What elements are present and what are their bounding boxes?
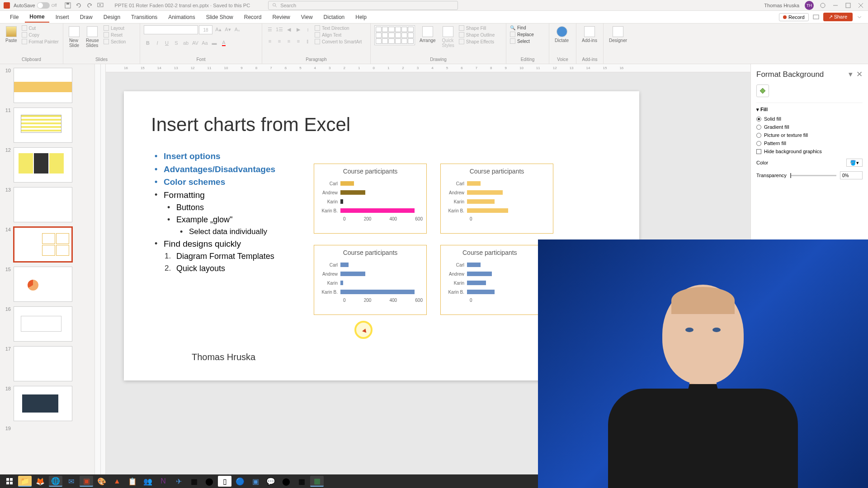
share-button[interactable]: ↗ Share xyxy=(823,13,853,21)
app3-icon[interactable]: ✈ xyxy=(172,476,185,487)
tab-design[interactable]: Design xyxy=(99,12,125,22)
new-slide-button[interactable]: New Slide xyxy=(67,25,81,49)
app5-icon[interactable]: 🔵 xyxy=(233,476,247,487)
avatar[interactable]: TH xyxy=(805,1,814,10)
tab-review[interactable]: Review xyxy=(268,12,294,22)
tab-animations[interactable]: Animations xyxy=(164,12,199,22)
strike-button[interactable]: S xyxy=(172,39,180,47)
app4-icon[interactable]: ▦ xyxy=(187,476,201,487)
minimize-icon[interactable] xyxy=(832,2,839,9)
app2-icon[interactable]: 📋 xyxy=(126,476,139,487)
increase-font-icon[interactable]: A▴ xyxy=(214,25,222,33)
reuse-slides-button[interactable]: Reuse Slides xyxy=(84,25,101,49)
tab-slideshow[interactable]: Slide Show xyxy=(202,12,238,22)
present-icon[interactable] xyxy=(812,14,820,21)
hide-bg-checkbox[interactable]: Hide background graphics xyxy=(756,149,863,154)
close-pane-icon[interactable]: ✕ xyxy=(856,70,863,79)
chart-bottom-left[interactable]: Course participants CarlAndrewKarinKarin… xyxy=(314,245,427,315)
tab-insert[interactable]: Insert xyxy=(51,12,74,22)
section-button[interactable]: Section xyxy=(104,39,126,44)
close-icon[interactable] xyxy=(857,2,864,9)
line-spacing-button[interactable]: ↕ xyxy=(304,25,312,33)
save-icon[interactable] xyxy=(64,2,71,9)
chrome-icon[interactable]: 🌐 xyxy=(49,476,62,487)
find-button[interactable]: 🔍Find xyxy=(510,25,534,30)
slide-title[interactable]: Insert charts from Excel xyxy=(151,114,350,136)
explorer-icon[interactable]: 📁 xyxy=(18,476,32,487)
vlc-icon[interactable]: ▲ xyxy=(110,476,124,487)
font-color-button[interactable]: A xyxy=(220,39,228,47)
teams-icon[interactable]: 👥 xyxy=(141,476,155,487)
decrease-font-icon[interactable]: A▾ xyxy=(224,25,232,33)
align-text-button[interactable]: Align Text xyxy=(315,32,362,38)
format-painter-button[interactable]: Format Painter xyxy=(22,39,59,44)
thumb-12[interactable] xyxy=(14,147,72,183)
app-icon[interactable]: 🎨 xyxy=(95,476,108,487)
decrease-indent-button[interactable]: ◀ xyxy=(285,25,293,33)
copy-button[interactable]: Copy xyxy=(22,32,59,38)
dictate-button[interactable]: Dictate xyxy=(553,25,571,44)
shadow-button[interactable]: ab xyxy=(182,39,190,47)
app8-icon[interactable]: ▦ xyxy=(295,476,308,487)
onenote-icon[interactable]: N xyxy=(156,476,170,487)
slide-thumbnails[interactable]: 10 11 12 13 14 15 16 17 18 19 xyxy=(0,64,95,478)
tab-view[interactable]: View xyxy=(297,12,317,22)
color-picker[interactable]: 🪣▾ xyxy=(846,159,863,167)
gradient-fill-radio[interactable]: Gradient fill xyxy=(756,124,863,130)
notepad-icon[interactable]: ▯ xyxy=(218,476,231,487)
chevron-down-icon[interactable] xyxy=(856,14,863,20)
spacing-button[interactable]: AV xyxy=(191,39,199,47)
cut-button[interactable]: Cut xyxy=(22,25,59,31)
thumb-15[interactable] xyxy=(14,267,72,302)
picture-fill-radio[interactable]: Picture or texture fill xyxy=(756,132,863,138)
bold-button[interactable]: B xyxy=(144,39,152,47)
obs-icon[interactable]: ⬤ xyxy=(203,476,216,487)
unknown-icon[interactable] xyxy=(819,2,826,9)
search-input[interactable]: Search xyxy=(268,1,458,10)
thumb-18[interactable] xyxy=(14,386,72,421)
start-icon[interactable] xyxy=(3,476,16,487)
addins-button[interactable]: Add-ins xyxy=(580,25,599,44)
align-left-button[interactable]: ≡ xyxy=(266,37,274,45)
numbering-button[interactable]: 1☰ xyxy=(275,25,283,33)
outlook-icon[interactable]: ✉ xyxy=(64,476,78,487)
undo-icon[interactable] xyxy=(75,2,82,9)
tab-file[interactable]: File xyxy=(5,12,23,22)
underline-button[interactable]: U xyxy=(163,39,171,47)
shape-fill-button[interactable]: Shape Fill xyxy=(459,25,495,31)
case-button[interactable]: Aa xyxy=(201,39,209,47)
solid-fill-radio[interactable]: Solid fill xyxy=(756,116,863,122)
maximize-icon[interactable] xyxy=(844,2,852,9)
powerpoint-taskbar-icon[interactable]: ▣ xyxy=(80,476,93,487)
select-button[interactable]: Select xyxy=(510,38,534,44)
clear-format-icon[interactable]: Aₓ xyxy=(233,25,241,33)
reset-button[interactable]: Reset xyxy=(104,32,126,38)
tab-record[interactable]: Record xyxy=(240,12,266,22)
fill-category-icon[interactable] xyxy=(756,84,769,97)
tab-home[interactable]: Home xyxy=(25,12,49,23)
columns-button[interactable]: ⫿ xyxy=(304,37,312,45)
italic-button[interactable]: I xyxy=(153,39,161,47)
justify-button[interactable]: ≡ xyxy=(294,37,302,45)
thumb-11[interactable] xyxy=(14,108,72,143)
whatsapp-icon[interactable]: 💬 xyxy=(264,476,278,487)
redo-icon[interactable] xyxy=(86,2,93,9)
chart-top-left[interactable]: Course participants CarlAndrewKarinKarin… xyxy=(314,164,427,234)
bullets-button[interactable]: ☰ xyxy=(266,25,274,33)
pane-options-icon[interactable]: ▾ xyxy=(849,70,853,79)
firefox-icon[interactable]: 🦊 xyxy=(33,476,47,487)
pattern-fill-radio[interactable]: Pattern fill xyxy=(756,141,863,146)
thumb-10[interactable] xyxy=(14,68,72,103)
tab-dictation[interactable]: Dictation xyxy=(319,12,349,22)
layout-button[interactable]: Layout xyxy=(104,25,126,31)
shapes-gallery[interactable] xyxy=(374,25,415,45)
paste-button[interactable]: Paste xyxy=(4,25,19,44)
thumb-13[interactable] xyxy=(14,187,72,222)
highlight-button[interactable]: ▬ xyxy=(210,39,218,47)
excel-icon[interactable]: ▦ xyxy=(310,476,324,487)
shape-outline-button[interactable]: Shape Outline xyxy=(459,32,495,38)
thumb-14[interactable] xyxy=(14,227,72,262)
increase-indent-button[interactable]: ▶ xyxy=(294,25,302,33)
replace-button[interactable]: Replace xyxy=(510,32,534,37)
chart-top-right[interactable]: Course participants CarlAndrewKarinKarin… xyxy=(440,164,553,234)
